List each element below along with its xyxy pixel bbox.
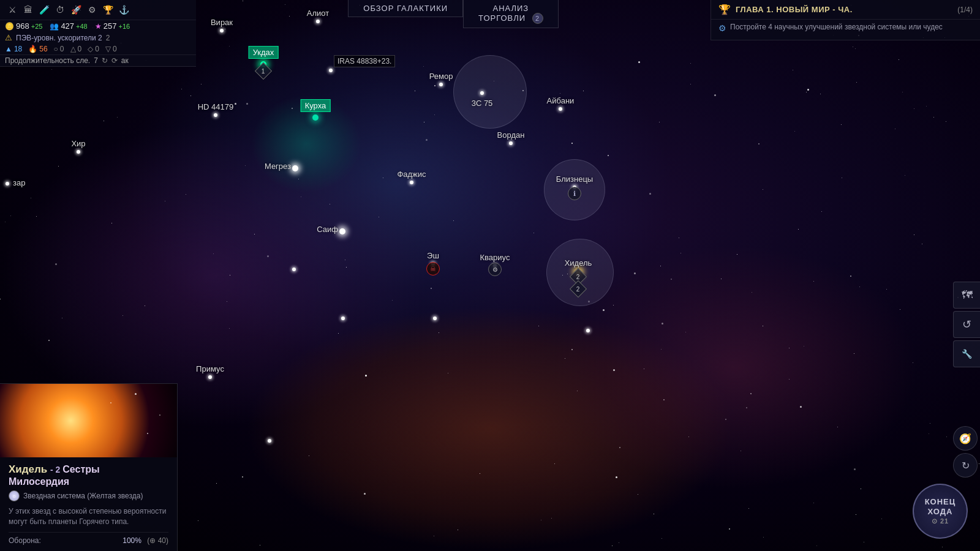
star-system-kurha[interactable]: Курха — [312, 114, 318, 121]
star-label-aibani: Айбани — [547, 96, 575, 105]
stat-g2-icon: △ — [70, 45, 76, 53]
menu-icon-4[interactable]: ⏱ — [53, 2, 67, 17]
chapter-title: ГЛАВА 1. НОВЫЙ МИР - ЧА. — [736, 5, 853, 14]
chapter-header: 🏆 ГЛАВА 1. НОВЫЙ МИР - ЧА. (1/4) — [711, 0, 980, 20]
right-panel: 🏆 ГЛАВА 1. НОВЫЙ МИР - ЧА. (1/4) ⚙ Постр… — [710, 0, 980, 40]
star-system-hidel[interactable]: Хидель 2 2 — [576, 269, 581, 274]
star-defense: Оборона: 100% (⊕ 40) — [9, 532, 168, 545]
star-label-saif: Саиф — [317, 225, 338, 234]
star-label-kurha: Курха — [301, 100, 331, 111]
star-dot-extra4 — [433, 317, 437, 320]
star-system-kvarius[interactable]: Квариус ⚙ — [493, 264, 497, 268]
menu-icon-8[interactable]: ⚓ — [116, 2, 131, 17]
star-label-zar: зар — [13, 178, 25, 187]
star-label-ukdah: Укдах — [249, 47, 279, 58]
right-side-icons: 🗺 ↺ 🔧 — [953, 282, 980, 367]
star-dot-3c75 — [480, 91, 484, 95]
star-system-extra3[interactable] — [341, 317, 345, 320]
menu-icon-1[interactable]: ⚔ — [5, 2, 20, 17]
galaxy-overview-button[interactable]: ОБЗОР ГАЛАКТИКИ — [348, 0, 463, 17]
star-dot-virak — [220, 29, 224, 32]
star-name: Хидель - 2 СестрыМилосердия — [9, 463, 168, 488]
star-label-3c75: 3С 75 — [472, 99, 493, 108]
star-label-vordan: Вордан — [497, 130, 525, 140]
star-system-primus[interactable]: Примус — [208, 375, 212, 379]
center-top-buttons: ОБЗОР ГАЛАКТИКИ АНАЛИЗ ТОРГОВЛИ 2 — [196, 0, 710, 24]
star-dot-iras — [329, 69, 333, 72]
stats-row: ▲ 18 🔥 56 ○ 0 △ 0 ◇ 0 ▽ 0 — [0, 43, 196, 54]
star-system-vordan[interactable]: Вордан — [509, 141, 513, 145]
menu-icon-2[interactable]: 🏛 — [21, 2, 36, 17]
star-system-ukdah[interactable]: Укдах 1 — [260, 61, 266, 67]
bg-star-3 — [147, 433, 148, 434]
star-system-extra2[interactable] — [268, 439, 271, 443]
pop-icon: 👥 — [50, 22, 59, 31]
refresh-button[interactable]: ↻ — [953, 453, 978, 478]
star-dot-hd44179 — [214, 113, 217, 117]
star-label-hir: Хир — [71, 139, 85, 148]
star-system-hir[interactable]: Хир — [77, 150, 80, 154]
star-label-blizneci: Близнецы — [556, 174, 593, 184]
bg-star-1 — [135, 393, 137, 395]
star-dot-extra5 — [292, 268, 296, 271]
star-system-iras[interactable]: IRAS 48838+23. — [329, 69, 333, 72]
trade-analysis-button[interactable]: АНАЛИЗ ТОРГОВЛИ 2 — [463, 0, 559, 28]
skull-badge-esh: ☠ — [426, 262, 440, 276]
star-desc: У этих звезд с высокой степенью вероятно… — [9, 506, 168, 527]
menu-icon-5[interactable]: 🚀 — [69, 2, 83, 17]
star-system-esh[interactable]: Эш ☠ — [431, 262, 435, 266]
star-system-remor[interactable]: Ремор — [439, 83, 443, 86]
star-system-3c75[interactable]: 3С 75 — [480, 91, 484, 95]
turn-suffix: ак — [121, 56, 129, 65]
stat-g3: ◇ 0 — [88, 45, 99, 53]
gold-plus: +25 — [31, 23, 43, 30]
star-system-blizneci[interactable]: Близнецы ℹ — [573, 186, 576, 189]
star-name-text: Хидель — [9, 463, 47, 475]
compass-button[interactable]: 🧭 — [953, 426, 978, 451]
map-button[interactable]: 🗺 — [953, 282, 980, 309]
star-system-fadzis[interactable]: Фаджис — [410, 181, 413, 184]
star-system-extra4[interactable] — [433, 317, 437, 320]
menu-icon-6[interactable]: ⚙ — [85, 2, 99, 17]
star-system-virak[interactable]: Вирак — [220, 29, 224, 32]
star-label-fadzis: Фаджис — [397, 170, 426, 179]
star-system-extra6[interactable] — [586, 329, 590, 332]
star-dot-zar — [6, 182, 9, 186]
stat-g3-val: 0 — [95, 45, 99, 53]
pop-resource: 👥 427 +48 — [50, 21, 87, 31]
star-system-hd44179[interactable]: HD 44179 — [214, 113, 217, 117]
star-info-panel: Хидель - 2 СестрыМилосердия ○ Звездная с… — [0, 383, 178, 551]
stat-orange-icon: 🔥 — [28, 45, 37, 53]
star-label-primus: Примус — [196, 364, 224, 373]
stat-orange: 🔥 56 — [28, 45, 47, 53]
wrench-button[interactable]: 🔧 — [953, 340, 980, 367]
end-turn-button[interactable]: КОНЕЦХОДА ⊙ 21 — [913, 484, 968, 539]
star-system-aibani[interactable]: Айбани — [559, 107, 562, 111]
star-system-saif[interactable]: Саиф — [339, 228, 345, 234]
resource-row: 🪙 968 +25 👥 427 +48 ★ 257 +16 — [0, 20, 196, 32]
rotate-button[interactable]: ↺ — [953, 311, 980, 338]
chapter-desc-text: Постройте 4 научных улучшений звездной с… — [730, 22, 943, 32]
star-label-kvarius: Квариус — [480, 253, 510, 262]
menu-icon-3[interactable]: 🧪 — [37, 2, 51, 17]
chapter-icon: 🏆 — [718, 4, 731, 15]
star-type-text: Звездная система (Желтая звезда) — [23, 492, 143, 500]
stat-orange-val: 56 — [39, 45, 47, 53]
science-value: 257 — [104, 21, 117, 31]
end-turn-sub: ⊙ 21 — [932, 517, 949, 525]
star-system-meghrez[interactable]: Мегрез — [292, 165, 298, 171]
stat-g2-val: 0 — [78, 45, 82, 53]
turn-count: 7 — [94, 56, 98, 65]
end-turn-label: КОНЕЦХОДА — [925, 497, 956, 516]
chapter-progress: (1/4) — [957, 6, 973, 14]
gray-circle-remor — [453, 55, 527, 129]
stat-g1: ○ 0 — [54, 45, 64, 53]
star-dot-fadzis — [410, 181, 413, 184]
menu-icon-7[interactable]: 🏆 — [100, 2, 115, 17]
pev-row: ⚠ ПЭВ-уровн. ускорители 2 2 — [0, 32, 196, 43]
trade-analysis-label: АНАЛИЗ ТОРГОВЛИ — [478, 4, 529, 23]
star-system-extra5[interactable] — [292, 268, 296, 271]
star-dot-kurha — [312, 114, 318, 121]
star-system-zar[interactable]: зар — [6, 182, 9, 186]
science-resource: ★ 257 +16 — [95, 21, 130, 31]
